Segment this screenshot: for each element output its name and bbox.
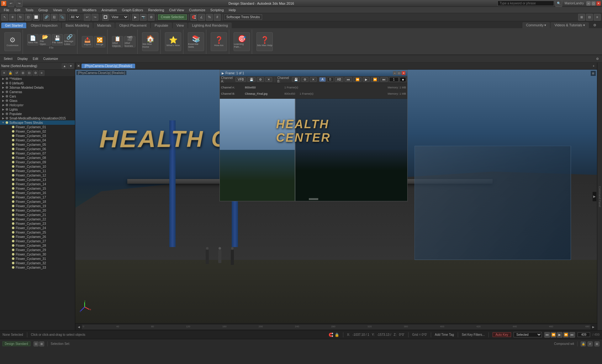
selected-set-dropdown[interactable]: Selected xyxy=(514,332,542,337)
list-item[interactable]: ▶ Flower_Cyclamen_21 xyxy=(0,213,75,217)
channel-a-toggle-btn[interactable]: A xyxy=(319,77,326,82)
tree-item-cars[interactable]: ▶ Cars xyxy=(0,94,75,98)
set-key-label[interactable]: Set Key Filters... xyxy=(462,333,485,336)
scroll-up-btn[interactable]: ▲ xyxy=(62,63,67,69)
lock-icon[interactable]: 🔒 xyxy=(335,333,339,337)
render-production-btn[interactable]: ▶ xyxy=(132,14,139,21)
list-item[interactable]: ▶ Flower_Cyclamen_12 xyxy=(0,173,75,177)
new-file-btn[interactable]: 📄 New File xyxy=(27,34,39,45)
list-item[interactable]: ▶ Flower_Cyclamen_13 xyxy=(0,177,75,182)
add-time-tag-label[interactable]: Add Time Tag xyxy=(435,333,454,336)
percent-snap-btn[interactable]: % xyxy=(206,14,213,21)
tree-item-softscape[interactable]: ▼ Softscape Trees Shrubs xyxy=(0,120,75,125)
frame-color-swatch[interactable]: ■ xyxy=(400,77,406,82)
move-btn[interactable]: ✛ xyxy=(9,14,16,21)
tab-videos[interactable]: Videos & Tutorials ▾ xyxy=(551,22,589,28)
list-item[interactable]: ▶ Flower_Cyclamen_33 xyxy=(0,265,75,270)
redo-scene-btn[interactable]: ↪ xyxy=(92,14,98,21)
right-tb-3[interactable]: ≡ xyxy=(594,14,601,21)
list-item[interactable]: ▶ Flower_Cyclamen_05 xyxy=(0,142,75,147)
channel-b-save-btn[interactable]: 💾 xyxy=(292,77,300,82)
tab-community[interactable]: Community ▾ xyxy=(522,22,550,28)
play-end-btn[interactable]: ⏭ xyxy=(380,77,388,82)
tab-physCamera-closeup[interactable]: [PhysCamera-CloseUp] [Realistic] xyxy=(82,64,135,68)
menu-edit[interactable]: Edit xyxy=(12,8,23,13)
channel-b-toggle-btn[interactable]: B xyxy=(327,77,334,82)
menu-graph-editors[interactable]: Graph Editors xyxy=(119,8,146,13)
list-item[interactable]: ▶ Flower_Cyclamen_17 xyxy=(0,195,75,199)
list-item[interactable]: ▶ Flower_Cyclamen_16 xyxy=(0,191,75,195)
vp-maximize-btn[interactable]: ⊞ xyxy=(591,71,596,76)
design-standard-label[interactable]: Design Standard xyxy=(3,341,30,346)
close-button[interactable]: ✕ xyxy=(596,1,601,6)
create-selection-btn[interactable]: Create Selection xyxy=(158,14,187,20)
list-item[interactable]: ▶ Flower_Cyclamen_14 xyxy=(0,182,75,186)
list-item[interactable]: ▶ Flower_Cyclamen_06 xyxy=(0,147,75,151)
list-item[interactable]: ▶ Flower_Cyclamen_24 xyxy=(0,226,75,230)
list-item[interactable]: ▶ Flower_Cyclamen_30 xyxy=(0,252,75,256)
snap-icon[interactable]: 🧲 xyxy=(329,333,333,337)
frame-number-input[interactable] xyxy=(389,77,399,82)
list-item[interactable]: ▶ Flower_Cyclamen_18 xyxy=(0,199,75,204)
tab-view[interactable]: View xyxy=(173,23,188,28)
tab-lighting-rendering[interactable]: Lighting And Rendering xyxy=(188,23,231,28)
channel-a-save-btn[interactable]: 💾 xyxy=(247,77,256,82)
menu-help[interactable]: Help xyxy=(226,8,239,13)
tab-basic-modeling[interactable]: Basic Modeling xyxy=(62,23,93,28)
auto-key-btn[interactable]: Auto Key xyxy=(493,332,511,337)
list-item[interactable]: ▶ Flower_Cyclamen_26 xyxy=(0,235,75,239)
tree-item-lights[interactable]: ▶ Lights xyxy=(0,107,75,112)
list-item[interactable]: ▶ Flower_Cyclamen_10 xyxy=(0,164,75,169)
tab-object-placement[interactable]: Object Placement xyxy=(115,23,150,28)
scroll-right-btn[interactable]: ▶ xyxy=(591,325,596,329)
add-viewport-btn[interactable]: + xyxy=(591,64,596,68)
list-item[interactable]: ▶ Flower_Cyclamen_25 xyxy=(0,230,75,235)
list-item[interactable]: ▶ Flower_Cyclamen_01 xyxy=(0,125,75,129)
se-expand-btn[interactable]: ⊞ xyxy=(20,70,26,76)
menu-group[interactable]: Group xyxy=(36,8,50,13)
list-item[interactable]: ▶ Flower_Cyclamen_15 xyxy=(0,186,75,191)
tab-populate[interactable]: Populate xyxy=(151,23,172,28)
select-btn[interactable]: ↖ xyxy=(1,14,8,21)
save-file-btn[interactable]: 💾 File Save xyxy=(52,34,63,45)
unlink-btn[interactable]: ⛓ xyxy=(51,14,58,21)
angle-snap-btn[interactable]: ∠ xyxy=(198,14,205,21)
customize-btn[interactable]: ⚙ Customize xyxy=(4,32,21,51)
frame-close-btn[interactable]: ✕ xyxy=(402,71,405,75)
list-item[interactable]: ▶ Flower_Cyclamen_03 xyxy=(0,134,75,138)
play-btn[interactable]: ▶ xyxy=(363,77,370,82)
tree-item-modeled-details[interactable]: ▶ 3dsmax Modeled Details xyxy=(0,85,75,90)
next-frame-btn[interactable]: ⏩ xyxy=(563,332,569,338)
maximize-button[interactable]: □ xyxy=(591,1,596,6)
list-item[interactable]: ▶ Flower_Cyclamen_32 xyxy=(0,261,75,265)
tab-materials[interactable]: Materials xyxy=(93,23,115,28)
scale-btn[interactable]: ⊡ xyxy=(25,14,32,21)
se-collapse-btn[interactable]: ⊟ xyxy=(26,70,32,76)
open-file-btn[interactable]: 📂 File Open xyxy=(40,34,51,45)
frame-resize-handle[interactable] xyxy=(309,198,318,200)
se-refresh-btn[interactable]: ↺ xyxy=(14,70,19,76)
channel-a-settings-btn[interactable]: ⚙ xyxy=(257,77,264,82)
play-end-main-btn[interactable]: ⏭ xyxy=(569,332,575,338)
search-input[interactable] xyxy=(498,1,554,6)
menu-modifiers[interactable]: Modifiers xyxy=(80,8,99,13)
menu-civil-view[interactable]: Civil View xyxy=(166,8,186,13)
list-item[interactable]: ▶ Flower_Cyclamen_29 xyxy=(0,248,75,252)
view-dropdown[interactable]: View xyxy=(110,14,129,20)
list-item[interactable]: ▶ Flower_Cyclamen_09 xyxy=(0,160,75,164)
list-item[interactable]: ▶ Flower_Cyclamen_27 xyxy=(0,239,75,243)
list-item[interactable]: ▶ Flower_Cyclamen_02 xyxy=(0,129,75,134)
how-tos-btn[interactable]: ❓ How-tos xyxy=(211,32,227,51)
viewport-canvas[interactable]: HEALTH CENTE xyxy=(75,70,597,323)
viewport-shading-btn[interactable]: 🔳 xyxy=(102,14,109,21)
tree-item-glass[interactable]: ▶ Glass xyxy=(0,98,75,103)
bind-btn[interactable]: 📎 xyxy=(59,14,66,21)
viewport-scroll-right[interactable]: ▶ xyxy=(593,192,596,201)
menu-tools[interactable]: Tools xyxy=(23,8,36,13)
render-frame-btn[interactable]: 📷 xyxy=(140,14,147,21)
frame-maximize-btn[interactable]: □ xyxy=(397,71,401,75)
right-tb-1[interactable]: ⊞ xyxy=(578,14,585,21)
frame-canvas[interactable]: HEALTH CENTER xyxy=(220,99,407,201)
tree-item-medical-building[interactable]: ▶ Small-MedicalBuilding-Visualization201… xyxy=(0,116,75,120)
rgb-mode-btn[interactable]: AB xyxy=(335,77,343,82)
